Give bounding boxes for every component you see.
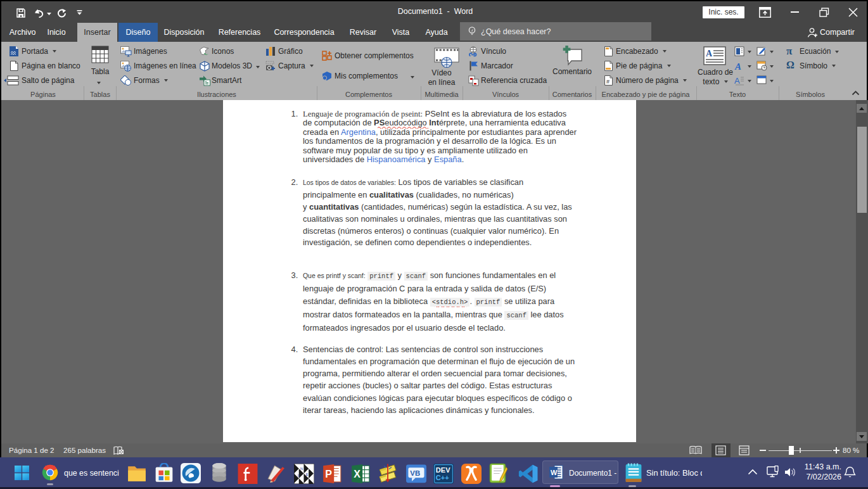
- svg-text:X: X: [354, 469, 361, 479]
- svg-text:E: E: [306, 473, 309, 476]
- svg-text:A: A: [734, 76, 740, 86]
- svg-text:VB: VB: [410, 469, 420, 477]
- svg-text:DEV: DEV: [436, 466, 450, 474]
- svg-text:N: N: [300, 467, 303, 471]
- svg-text:W: W: [551, 469, 558, 476]
- svg-text:C++: C++: [436, 474, 449, 481]
- svg-text:#: #: [606, 79, 610, 85]
- svg-text:A: A: [706, 49, 713, 58]
- svg-text:P: P: [325, 469, 332, 479]
- svg-text:S: S: [298, 474, 300, 478]
- svg-text:A: A: [734, 61, 741, 71]
